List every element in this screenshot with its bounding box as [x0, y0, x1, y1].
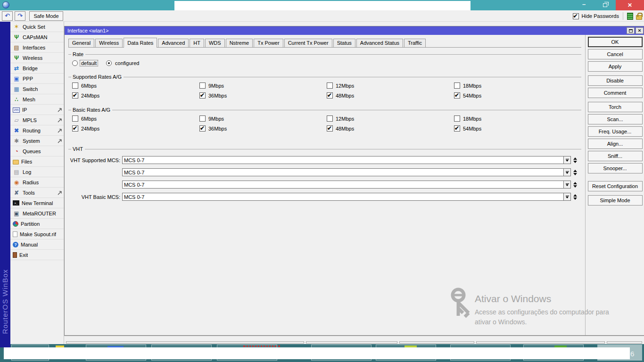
sidebar-item-wireless[interactable]: Wireless [10, 53, 64, 63]
tab-data-rates[interactable]: Data Rates [124, 38, 157, 48]
supported-rate-18mbps[interactable]: 18Mbps [454, 81, 581, 90]
sidebar-item-tools[interactable]: Tools [10, 188, 64, 198]
sidebar-item-ppp[interactable]: PPP [10, 74, 64, 84]
sidebar-item-manual[interactable]: Manual [10, 239, 64, 250]
sidebar-item-queues[interactable]: Queues [10, 146, 64, 156]
redo-icon: ↷ [17, 12, 23, 19]
dialog-close-button[interactable]: ✕ [636, 27, 644, 34]
sidebar-item-mesh[interactable]: Mesh [10, 94, 64, 105]
supported-rate-24mbps[interactable]: 24Mbps [72, 90, 199, 100]
button-cancel[interactable]: Cancel [588, 49, 643, 59]
supported-rate-6mbps[interactable]: 6Mbps [72, 81, 199, 90]
basic-rate-24mbps[interactable]: 24Mbps [72, 123, 199, 133]
sidebar-item-interfaces[interactable]: Interfaces [10, 42, 64, 53]
sidebar-item-bridge[interactable]: Bridge [10, 63, 64, 74]
spinner-down-icon [573, 197, 577, 200]
spinner-up-icon [573, 157, 577, 160]
supported-rate-12mbps[interactable]: 12Mbps [327, 81, 454, 90]
tab-wireless[interactable]: Wireless [95, 39, 123, 47]
mcs-dropdown[interactable]: MCS 0-7 [122, 156, 571, 164]
button-simple-mode[interactable]: Simple Mode [588, 195, 643, 206]
dropdown-arrow-button[interactable] [563, 156, 570, 164]
updown-spinner[interactable] [573, 194, 577, 200]
close-button[interactable]: ✕ [616, 0, 644, 10]
tab-general[interactable]: General [68, 39, 94, 47]
basic-rate-54mbps[interactable]: 54Mbps [454, 123, 581, 133]
dropdown-arrow-button[interactable] [563, 181, 570, 188]
sidebar-item-log[interactable]: Log [10, 167, 64, 177]
basic-rate-9mbps[interactable]: 9Mbps [199, 114, 327, 123]
restore-button[interactable] [594, 0, 616, 10]
button-align[interactable]: Align... [588, 139, 643, 149]
sidebar-item-quick-set[interactable]: Quick Set [10, 22, 64, 32]
tab-traffic[interactable]: Traffic [404, 39, 426, 47]
updown-spinner[interactable] [573, 157, 577, 163]
sidebar-item-capsman[interactable]: CAPsMAN [10, 32, 64, 42]
tab-advanced[interactable]: Advanced [158, 39, 189, 47]
sidebar-item-files[interactable]: Files [10, 156, 64, 167]
button-snooper[interactable]: Snooper... [588, 163, 643, 173]
dialog-button-panel: OK Cancel Apply Disable Comment Torch Sc… [585, 35, 644, 335]
sidebar-item-exit[interactable]: Exit [10, 250, 64, 260]
mcs-dropdown[interactable]: MCS 0-7 [122, 181, 571, 189]
button-disable[interactable]: Disable [588, 75, 643, 86]
dropdown-arrow-button[interactable] [563, 193, 570, 200]
sidebar-item-partition[interactable]: Partition [10, 219, 64, 229]
sidebar-item-switch[interactable]: Switch [10, 84, 64, 94]
tab-nstreme[interactable]: Nstreme [226, 39, 253, 47]
undo-icon: ↶ [5, 12, 10, 19]
button-apply[interactable]: Apply [588, 61, 643, 72]
sidebar-icon-supout [13, 231, 17, 237]
button-freq-usage[interactable]: Freq. Usage... [588, 126, 643, 137]
hide-passwords-checkbox[interactable] [573, 13, 579, 19]
sidebar-item-metarouter[interactable]: MetaROUTER [10, 208, 64, 219]
sidebar-item-label: Manual [21, 242, 38, 247]
basic-rate-18mbps[interactable]: 18Mbps [454, 114, 581, 123]
tab-current-tx-power[interactable]: Current Tx Power [284, 39, 332, 47]
supported-rate-36mbps[interactable]: 36Mbps [199, 90, 327, 100]
dialog-restore-button[interactable] [627, 27, 635, 34]
sidebar-item-make-supout-rif[interactable]: Make Supout.rif [10, 229, 64, 239]
button-scan[interactable]: Scan... [588, 114, 643, 124]
checkbox-label: 9Mbps [208, 83, 224, 89]
basic-rate-6mbps[interactable]: 6Mbps [72, 114, 199, 123]
supported-rate-9mbps[interactable]: 9Mbps [199, 81, 327, 90]
checkbox-label: 6Mbps [81, 83, 97, 89]
sidebar-item-new-terminal[interactable]: New Terminal [10, 198, 64, 208]
button-reset-configuration[interactable]: Reset Configuration [588, 181, 643, 191]
rate-radio-option-configured[interactable]: configured [106, 60, 140, 66]
button-sniff[interactable]: Sniff... [588, 151, 643, 161]
tab-status[interactable]: Status [333, 39, 355, 47]
tab-advanced-status[interactable]: Advanced Status [356, 39, 403, 47]
sidebar-item-system[interactable]: System [10, 136, 64, 146]
button-comment[interactable]: Comment [588, 88, 643, 98]
updown-spinner[interactable] [573, 170, 577, 175]
basic-rate-36mbps[interactable]: 36Mbps [199, 123, 327, 133]
mcs-dropdown[interactable]: MCS 0-7 [122, 168, 571, 176]
supported-rate-54mbps[interactable]: 54Mbps [454, 90, 581, 100]
tab-ht[interactable]: HT [190, 39, 204, 47]
tab-wds[interactable]: WDS [205, 39, 225, 47]
sidebar-item-radius[interactable]: Radius [10, 177, 64, 188]
mcs-dropdown[interactable]: MCS 0-7 [122, 193, 571, 201]
rate-radio-option-default[interactable]: default [72, 60, 98, 66]
sidebar-item-mpls[interactable]: MPLS [10, 115, 64, 125]
redo-button[interactable]: ↷ [15, 11, 25, 21]
button-ok[interactable]: OK [588, 37, 643, 47]
checkbox [72, 92, 78, 99]
sidebar-item-ip[interactable]: IP [10, 105, 64, 115]
checkbox-label: 48Mbps [336, 93, 354, 99]
basic-rate-48mbps[interactable]: 48Mbps [327, 123, 454, 133]
undo-button[interactable]: ↶ [2, 11, 13, 21]
basic-rate-12mbps[interactable]: 12Mbps [327, 114, 454, 123]
minimize-button[interactable]: – [573, 0, 594, 10]
dropdown-arrow-button[interactable] [563, 169, 570, 176]
updown-spinner[interactable] [573, 182, 577, 188]
vht-row: MCS 0-7 [68, 168, 581, 176]
tab-tx-power[interactable]: Tx Power [254, 39, 283, 47]
button-torch[interactable]: Torch [588, 102, 643, 112]
statusbar-segment [607, 341, 642, 344]
supported-rate-48mbps[interactable]: 48Mbps [327, 90, 454, 100]
safe-mode-button[interactable]: Safe Mode [29, 11, 63, 21]
sidebar-item-routing[interactable]: Routing [10, 125, 64, 136]
